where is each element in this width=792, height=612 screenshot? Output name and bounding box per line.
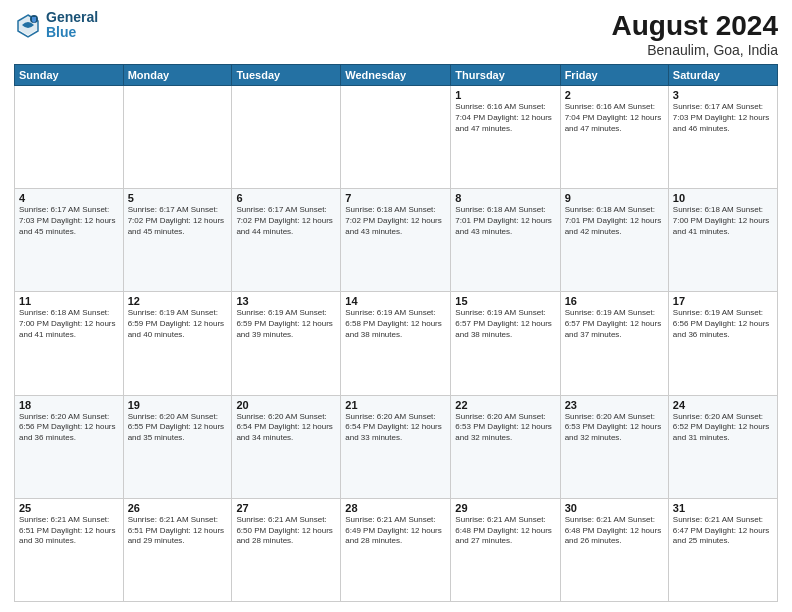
day-content: Sunrise: 6:18 AM Sunset: 7:01 PM Dayligh… (565, 205, 664, 237)
page-title: August 2024 (612, 10, 779, 42)
weekday-header: Thursday (451, 65, 560, 86)
logo-icon (14, 11, 42, 39)
day-number: 18 (19, 399, 119, 411)
day-content: Sunrise: 6:17 AM Sunset: 7:02 PM Dayligh… (236, 205, 336, 237)
calendar-day-cell: 13Sunrise: 6:19 AM Sunset: 6:59 PM Dayli… (232, 292, 341, 395)
calendar-day-cell: 22Sunrise: 6:20 AM Sunset: 6:53 PM Dayli… (451, 395, 560, 498)
calendar-day-cell: 11Sunrise: 6:18 AM Sunset: 7:00 PM Dayli… (15, 292, 124, 395)
day-content: Sunrise: 6:17 AM Sunset: 7:03 PM Dayligh… (673, 102, 773, 134)
calendar-day-cell: 14Sunrise: 6:19 AM Sunset: 6:58 PM Dayli… (341, 292, 451, 395)
day-content: Sunrise: 6:21 AM Sunset: 6:51 PM Dayligh… (19, 515, 119, 547)
calendar-week-row: 18Sunrise: 6:20 AM Sunset: 6:56 PM Dayli… (15, 395, 778, 498)
day-number: 1 (455, 89, 555, 101)
calendar-day-cell: 7Sunrise: 6:18 AM Sunset: 7:02 PM Daylig… (341, 189, 451, 292)
day-number: 2 (565, 89, 664, 101)
day-number: 24 (673, 399, 773, 411)
day-content: Sunrise: 6:20 AM Sunset: 6:53 PM Dayligh… (455, 412, 555, 444)
day-content: Sunrise: 6:20 AM Sunset: 6:56 PM Dayligh… (19, 412, 119, 444)
day-number: 28 (345, 502, 446, 514)
calendar-week-row: 11Sunrise: 6:18 AM Sunset: 7:00 PM Dayli… (15, 292, 778, 395)
calendar-day-cell: 19Sunrise: 6:20 AM Sunset: 6:55 PM Dayli… (123, 395, 232, 498)
calendar-day-cell: 27Sunrise: 6:21 AM Sunset: 6:50 PM Dayli… (232, 498, 341, 601)
weekday-header: Friday (560, 65, 668, 86)
day-content: Sunrise: 6:18 AM Sunset: 7:00 PM Dayligh… (19, 308, 119, 340)
day-content: Sunrise: 6:18 AM Sunset: 7:02 PM Dayligh… (345, 205, 446, 237)
day-number: 11 (19, 295, 119, 307)
day-number: 15 (455, 295, 555, 307)
calendar-day-cell: 21Sunrise: 6:20 AM Sunset: 6:54 PM Dayli… (341, 395, 451, 498)
calendar-day-cell: 26Sunrise: 6:21 AM Sunset: 6:51 PM Dayli… (123, 498, 232, 601)
day-content: Sunrise: 6:18 AM Sunset: 7:01 PM Dayligh… (455, 205, 555, 237)
calendar-week-row: 25Sunrise: 6:21 AM Sunset: 6:51 PM Dayli… (15, 498, 778, 601)
logo-text: General Blue (46, 10, 98, 41)
day-content: Sunrise: 6:20 AM Sunset: 6:52 PM Dayligh… (673, 412, 773, 444)
weekday-header: Wednesday (341, 65, 451, 86)
day-content: Sunrise: 6:17 AM Sunset: 7:03 PM Dayligh… (19, 205, 119, 237)
day-number: 4 (19, 192, 119, 204)
weekday-header: Monday (123, 65, 232, 86)
logo-line2: Blue (46, 25, 98, 40)
day-content: Sunrise: 6:19 AM Sunset: 6:57 PM Dayligh… (455, 308, 555, 340)
day-number: 17 (673, 295, 773, 307)
day-content: Sunrise: 6:17 AM Sunset: 7:02 PM Dayligh… (128, 205, 228, 237)
calendar-day-cell: 9Sunrise: 6:18 AM Sunset: 7:01 PM Daylig… (560, 189, 668, 292)
day-number: 8 (455, 192, 555, 204)
page: General Blue August 2024 Benaulim, Goa, … (0, 0, 792, 612)
day-number: 26 (128, 502, 228, 514)
calendar-table: SundayMondayTuesdayWednesdayThursdayFrid… (14, 64, 778, 602)
day-number: 6 (236, 192, 336, 204)
calendar-day-cell: 6Sunrise: 6:17 AM Sunset: 7:02 PM Daylig… (232, 189, 341, 292)
calendar-day-cell: 17Sunrise: 6:19 AM Sunset: 6:56 PM Dayli… (668, 292, 777, 395)
calendar-header-row: SundayMondayTuesdayWednesdayThursdayFrid… (15, 65, 778, 86)
day-number: 16 (565, 295, 664, 307)
day-content: Sunrise: 6:19 AM Sunset: 6:57 PM Dayligh… (565, 308, 664, 340)
calendar-day-cell: 10Sunrise: 6:18 AM Sunset: 7:00 PM Dayli… (668, 189, 777, 292)
logo: General Blue (14, 10, 98, 41)
calendar-day-cell: 2Sunrise: 6:16 AM Sunset: 7:04 PM Daylig… (560, 86, 668, 189)
day-content: Sunrise: 6:19 AM Sunset: 6:58 PM Dayligh… (345, 308, 446, 340)
calendar-day-cell (123, 86, 232, 189)
calendar-day-cell: 31Sunrise: 6:21 AM Sunset: 6:47 PM Dayli… (668, 498, 777, 601)
calendar-day-cell: 29Sunrise: 6:21 AM Sunset: 6:48 PM Dayli… (451, 498, 560, 601)
day-number: 19 (128, 399, 228, 411)
calendar-day-cell: 24Sunrise: 6:20 AM Sunset: 6:52 PM Dayli… (668, 395, 777, 498)
calendar-week-row: 4Sunrise: 6:17 AM Sunset: 7:03 PM Daylig… (15, 189, 778, 292)
day-content: Sunrise: 6:21 AM Sunset: 6:48 PM Dayligh… (565, 515, 664, 547)
day-number: 7 (345, 192, 446, 204)
day-content: Sunrise: 6:21 AM Sunset: 6:47 PM Dayligh… (673, 515, 773, 547)
calendar-day-cell: 30Sunrise: 6:21 AM Sunset: 6:48 PM Dayli… (560, 498, 668, 601)
calendar-week-row: 1Sunrise: 6:16 AM Sunset: 7:04 PM Daylig… (15, 86, 778, 189)
day-number: 5 (128, 192, 228, 204)
weekday-header: Tuesday (232, 65, 341, 86)
calendar-day-cell: 4Sunrise: 6:17 AM Sunset: 7:03 PM Daylig… (15, 189, 124, 292)
day-number: 21 (345, 399, 446, 411)
day-number: 29 (455, 502, 555, 514)
day-number: 22 (455, 399, 555, 411)
day-content: Sunrise: 6:20 AM Sunset: 6:54 PM Dayligh… (236, 412, 336, 444)
calendar-day-cell: 28Sunrise: 6:21 AM Sunset: 6:49 PM Dayli… (341, 498, 451, 601)
page-subtitle: Benaulim, Goa, India (612, 42, 779, 58)
day-number: 23 (565, 399, 664, 411)
day-content: Sunrise: 6:16 AM Sunset: 7:04 PM Dayligh… (455, 102, 555, 134)
day-content: Sunrise: 6:20 AM Sunset: 6:54 PM Dayligh… (345, 412, 446, 444)
day-number: 31 (673, 502, 773, 514)
calendar-day-cell (15, 86, 124, 189)
day-number: 30 (565, 502, 664, 514)
calendar-day-cell: 1Sunrise: 6:16 AM Sunset: 7:04 PM Daylig… (451, 86, 560, 189)
calendar-day-cell: 16Sunrise: 6:19 AM Sunset: 6:57 PM Dayli… (560, 292, 668, 395)
day-content: Sunrise: 6:21 AM Sunset: 6:48 PM Dayligh… (455, 515, 555, 547)
day-content: Sunrise: 6:21 AM Sunset: 6:50 PM Dayligh… (236, 515, 336, 547)
day-number: 3 (673, 89, 773, 101)
title-block: August 2024 Benaulim, Goa, India (612, 10, 779, 58)
day-content: Sunrise: 6:18 AM Sunset: 7:00 PM Dayligh… (673, 205, 773, 237)
calendar-day-cell: 8Sunrise: 6:18 AM Sunset: 7:01 PM Daylig… (451, 189, 560, 292)
calendar-day-cell (232, 86, 341, 189)
calendar-day-cell: 5Sunrise: 6:17 AM Sunset: 7:02 PM Daylig… (123, 189, 232, 292)
day-content: Sunrise: 6:20 AM Sunset: 6:53 PM Dayligh… (565, 412, 664, 444)
day-number: 20 (236, 399, 336, 411)
day-number: 13 (236, 295, 336, 307)
day-content: Sunrise: 6:20 AM Sunset: 6:55 PM Dayligh… (128, 412, 228, 444)
day-number: 9 (565, 192, 664, 204)
logo-line1: General (46, 10, 98, 25)
calendar-day-cell: 20Sunrise: 6:20 AM Sunset: 6:54 PM Dayli… (232, 395, 341, 498)
